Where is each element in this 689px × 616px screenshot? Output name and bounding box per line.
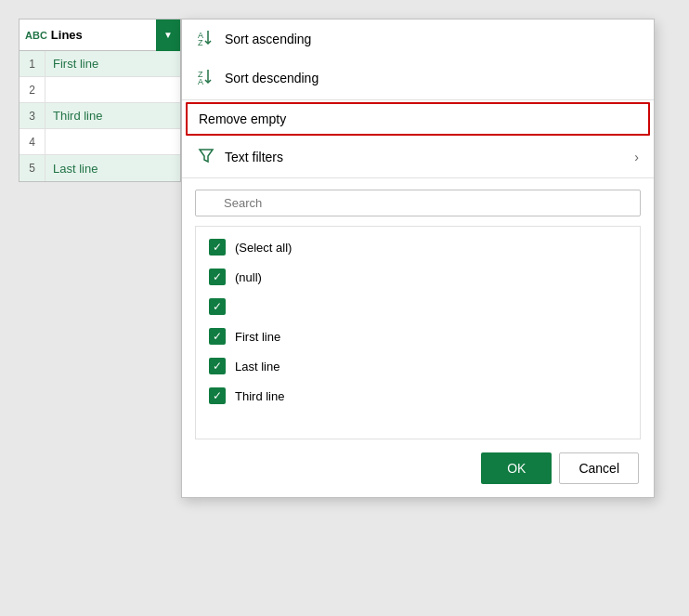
checkbox-select-all[interactable]: ✓ (Select all) [196, 232, 640, 262]
table-row: 3 Third line [20, 103, 180, 129]
check-icon: ✓ [213, 271, 222, 282]
check-icon: ✓ [213, 331, 222, 342]
checkbox-null[interactable]: ✓ (null) [196, 262, 640, 292]
checkbox-third-line[interactable]: ✓ Third line [196, 381, 640, 411]
dropdown-arrow-icon: ▼ [163, 30, 173, 40]
table-row: 4 [20, 129, 180, 155]
check-icon: ✓ [213, 242, 222, 253]
row-number: 2 [20, 77, 46, 102]
row-number: 4 [20, 129, 46, 154]
table-row: 2 [20, 77, 180, 103]
checkbox-select-all-box: ✓ [209, 239, 226, 256]
ok-button[interactable]: OK [481, 452, 552, 484]
table-row: 1 First line [20, 51, 180, 77]
row-value: Last line [46, 162, 105, 176]
abc-icon: ABC [25, 30, 47, 41]
sort-ascending-label: Sort ascending [225, 32, 311, 46]
check-icon: ✓ [213, 390, 222, 401]
sort-descending-label: Sort descending [225, 71, 318, 85]
row-value: Third line [46, 109, 110, 123]
svg-text:Z: Z [198, 38, 203, 46]
column-header-cell: ABC Lines [20, 28, 156, 42]
text-filters-item[interactable]: Text filters › [182, 138, 654, 176]
checkbox-null-label: (null) [235, 270, 262, 284]
checkbox-last-line[interactable]: ✓ Last line [196, 351, 640, 381]
search-container [182, 180, 654, 226]
checkbox-list: ✓ (Select all) ✓ (null) ✓ ✓ F [195, 226, 641, 439]
checkbox-null-box: ✓ [209, 269, 226, 285]
filter-icon [197, 147, 215, 166]
checkbox-third-line-label: Third line [235, 389, 284, 403]
table-row: 5 Last line [20, 155, 180, 181]
checkbox-empty[interactable]: ✓ [196, 292, 640, 321]
cancel-button[interactable]: Cancel [559, 452, 639, 484]
checkbox-first-line-box: ✓ [209, 328, 226, 345]
checkbox-third-line-box: ✓ [209, 387, 226, 404]
menu-divider [182, 99, 654, 100]
remove-empty-label: Remove empty [199, 111, 286, 126]
check-icon: ✓ [213, 360, 222, 372]
checkbox-empty-box: ✓ [209, 298, 226, 315]
menu-footer: OK Cancel [182, 439, 654, 497]
check-icon: ✓ [213, 301, 222, 312]
row-value: First line [46, 57, 106, 71]
chevron-right-icon: › [634, 150, 639, 164]
sort-descending-icon: Z A [197, 68, 215, 88]
checkbox-last-line-box: ✓ [209, 358, 226, 374]
checkbox-first-line-label: First line [235, 330, 280, 344]
row-number: 5 [20, 155, 46, 181]
sort-ascending-item[interactable]: A Z Sort ascending [182, 20, 654, 59]
column-dropdown-button[interactable]: ▼ [156, 20, 180, 51]
table: ABC Lines ▼ 1 First line 2 3 Third line … [19, 19, 181, 182]
svg-marker-6 [200, 150, 213, 162]
sort-ascending-icon: A Z [197, 29, 215, 49]
row-number: 1 [20, 51, 46, 76]
text-filters-label: Text filters [225, 150, 283, 164]
column-label: Lines [51, 28, 83, 42]
checkbox-last-line-label: Last line [235, 360, 280, 374]
table-header: ABC Lines ▼ [20, 20, 180, 51]
search-input[interactable] [195, 190, 641, 216]
checkbox-first-line[interactable]: ✓ First line [196, 321, 640, 351]
svg-text:A: A [198, 77, 203, 85]
checkbox-select-all-label: (Select all) [235, 241, 292, 255]
menu-divider-2 [182, 177, 654, 178]
sort-descending-item[interactable]: Z A Sort descending [182, 59, 654, 98]
remove-empty-item[interactable]: Remove empty [186, 102, 650, 136]
dropdown-menu: A Z Sort ascending Z A Sort descending [181, 19, 655, 498]
row-number: 3 [20, 103, 46, 128]
search-wrapper [195, 190, 641, 216]
